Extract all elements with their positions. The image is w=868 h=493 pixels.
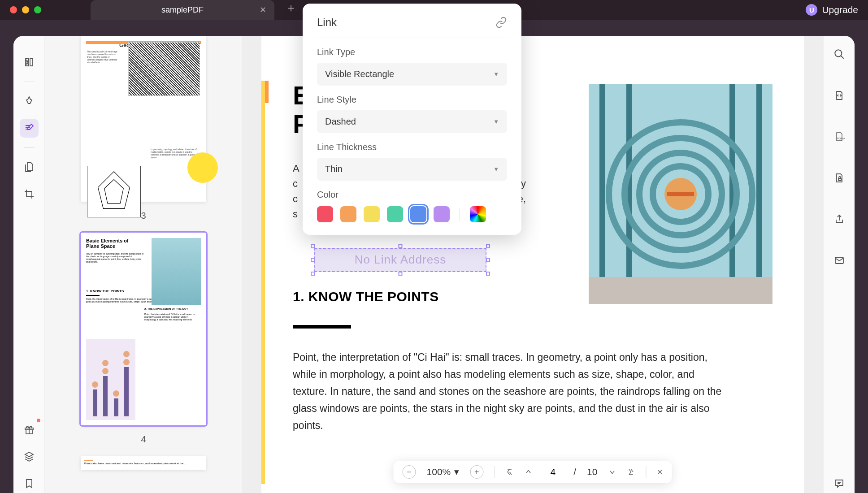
color-blue[interactable] (410, 206, 426, 222)
close-tab-button[interactable]: ✕ (260, 5, 266, 15)
link-annotation-box[interactable]: No Link Address (314, 248, 486, 272)
minimize-window-button[interactable] (22, 6, 29, 13)
thumbnail-label-4: 4 (141, 434, 146, 445)
resize-handle-bm[interactable] (399, 272, 403, 276)
total-pages: 10 (587, 467, 597, 477)
line-style-select[interactable]: Dashed ▼ (317, 110, 507, 133)
color-row (317, 206, 507, 222)
zoom-in-button[interactable]: + (470, 465, 483, 479)
resize-handle-ml[interactable] (311, 258, 315, 262)
zoom-out-button[interactable]: − (403, 465, 416, 479)
rule (293, 325, 351, 329)
divider (460, 208, 460, 221)
tab-title: samplePDF (161, 5, 204, 15)
maximize-window-button[interactable] (34, 6, 41, 13)
color-orange[interactable] (340, 206, 356, 222)
bookmark-tool[interactable] (20, 474, 39, 493)
resize-handle-tl[interactable] (311, 244, 315, 248)
first-page-button[interactable] (505, 468, 513, 476)
color-label: Color (317, 190, 507, 200)
pdfa-button[interactable]: PDF/A (830, 127, 849, 146)
current-page-input[interactable] (543, 467, 563, 477)
right-toolbar: PDF/A (823, 36, 855, 493)
share-button[interactable] (830, 210, 849, 229)
popover-title: Link (317, 16, 337, 29)
svg-rect-15 (667, 192, 694, 196)
line-style-label: Line Style (317, 95, 507, 105)
upgrade-label: Upgrade (822, 4, 858, 15)
pages-tool[interactable] (20, 158, 39, 177)
page-control-bar: − 100% ▾ + / 10 ✕ (394, 461, 672, 483)
line-thickness-label: Line Thickness (317, 142, 507, 152)
svg-point-16 (835, 50, 842, 56)
resize-handle-bl[interactable] (311, 272, 315, 276)
layers-tool[interactable] (20, 447, 39, 466)
convert-button[interactable] (830, 86, 849, 105)
line-thickness-select[interactable]: Thin ▼ (317, 158, 507, 181)
divider (24, 82, 35, 82)
divider (494, 466, 495, 478)
svg-text:PDF/A: PDF/A (837, 137, 845, 140)
svg-rect-18 (838, 178, 841, 181)
color-custom[interactable] (470, 206, 486, 222)
left-toolbar (13, 36, 45, 493)
link-type-label: Link Type (317, 47, 507, 57)
divider (646, 466, 646, 478)
accent-bar-2 (265, 81, 269, 103)
page-body: Point, the interpretation of "Ci Hai" is… (293, 349, 728, 434)
gift-tool[interactable] (20, 420, 39, 439)
tab-samplepdf[interactable]: samplePDF ✕ (91, 0, 274, 20)
accent-bar (261, 81, 265, 484)
add-tab-button[interactable]: ＋ (285, 0, 297, 20)
close-bar-button[interactable]: ✕ (657, 468, 663, 476)
tab-bar: samplePDF ✕ ＋ (91, 0, 297, 20)
thumbnail-page-4[interactable]: Basic Elements of Plane Space Any art co… (81, 233, 206, 425)
link-type-select[interactable]: Visible Rectangle ▼ (317, 63, 507, 86)
page-separator: / (573, 467, 576, 477)
upgrade-button[interactable]: U Upgrade (806, 4, 858, 16)
thumbnail-panel: Geometric Philosophy The specific point … (45, 36, 242, 493)
color-purple[interactable] (434, 206, 450, 222)
zoom-caret-icon: ▾ (454, 467, 459, 477)
chevron-down-icon: ▼ (493, 118, 499, 125)
chevron-down-icon: ▼ (493, 166, 499, 173)
thumbnails-tool[interactable] (20, 53, 39, 72)
link-annotation[interactable]: No Link Address (311, 244, 490, 276)
prev-page-button[interactable] (524, 468, 532, 476)
color-green[interactable] (387, 206, 403, 222)
highlight-tool[interactable] (20, 92, 39, 111)
color-red[interactable] (317, 206, 333, 222)
avatar: U (806, 4, 817, 16)
page-image (589, 84, 773, 304)
comment-button[interactable] (830, 474, 849, 493)
thumbnail-label-3: 3 (141, 211, 146, 221)
crop-tool[interactable] (20, 185, 39, 203)
link-popover: Link Link Type Visible Rectangle ▼ Line … (303, 4, 521, 235)
protect-button[interactable] (830, 169, 849, 187)
svg-rect-5 (589, 277, 773, 304)
resize-handle-tr[interactable] (486, 244, 490, 248)
resize-handle-br[interactable] (486, 272, 490, 276)
thumbnail-page-3[interactable]: Geometric Philosophy The specific point … (81, 36, 206, 202)
zoom-level[interactable]: 100% ▾ (427, 467, 460, 477)
resize-handle-mr[interactable] (486, 258, 490, 262)
search-button[interactable] (830, 45, 849, 64)
chevron-down-icon: ▼ (493, 71, 499, 78)
email-button[interactable] (830, 251, 849, 270)
color-yellow[interactable] (364, 206, 380, 222)
thumbnail-page-5[interactable]: Points also have dominant and recessive … (81, 456, 206, 470)
last-page-button[interactable] (627, 468, 635, 476)
resize-handle-tm[interactable] (399, 244, 403, 248)
link-icon (495, 17, 507, 28)
window-controls (10, 6, 41, 13)
close-window-button[interactable] (10, 6, 17, 13)
next-page-button[interactable] (608, 468, 616, 476)
divider (24, 147, 35, 148)
edit-tool[interactable] (20, 119, 39, 138)
